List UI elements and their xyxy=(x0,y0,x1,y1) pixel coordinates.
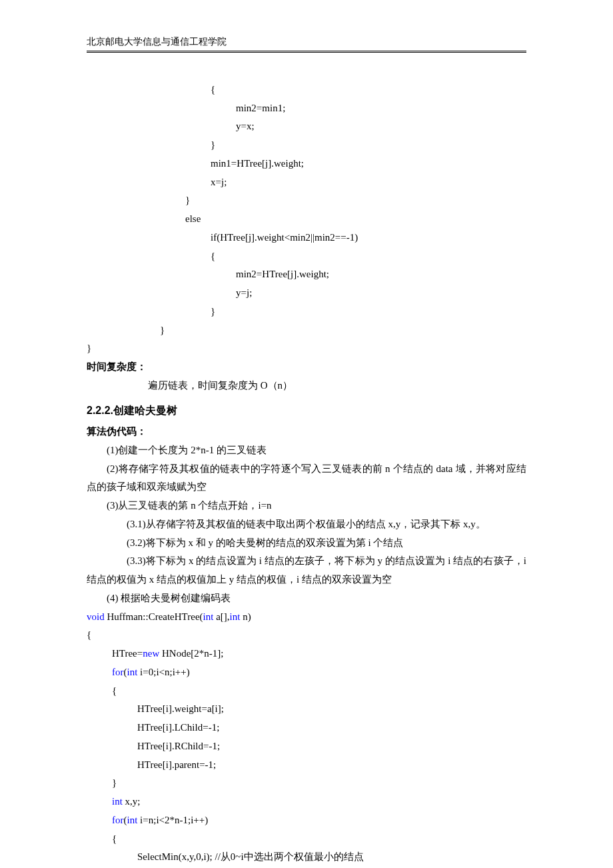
pseudo-substep: (3.1)从存储字符及其权值的链表中取出两个权值最小的结点 x,y，记录其下标 … xyxy=(87,515,526,534)
pseudo-step: (2)将存储字符及其权值的链表中的字符逐个写入三叉链表的前 n 个结点的 dat… xyxy=(87,460,526,497)
complexity-label: 时间复杂度： xyxy=(87,358,526,377)
keyword-int: int xyxy=(230,611,241,622)
keyword-int: int xyxy=(112,796,123,807)
header-rule-thick xyxy=(87,51,526,51)
code-line: int x,y; xyxy=(87,793,526,811)
code-line: } xyxy=(87,303,526,321)
code-line: } xyxy=(87,321,526,340)
code-line: x=j; xyxy=(87,173,526,192)
code-line: { xyxy=(87,682,526,701)
code-line: y=x; xyxy=(87,117,526,136)
code-line: y=j; xyxy=(87,284,526,303)
code-line: } xyxy=(87,774,526,793)
pseudo-step: (4) 根据哈夫曼树创建编码表 xyxy=(87,589,526,608)
code-line: SelectMin(x,y,0,i); //从0~i中选出两个权值最小的结点 xyxy=(87,848,526,867)
keyword-void: void xyxy=(87,611,105,622)
code-line: HTree[i].RChild=-1; xyxy=(87,737,526,756)
keyword-int: int xyxy=(203,611,214,622)
code-line: HTree[i].weight=a[i]; xyxy=(87,700,526,719)
keyword-for: for xyxy=(112,667,124,677)
code-line: { xyxy=(87,247,526,266)
code-line: { xyxy=(87,626,526,645)
section-heading: 2.2.2.创建哈夫曼树 xyxy=(87,401,526,421)
code-block-2: void Huffman::CreateHTree(int a[],int n)… xyxy=(87,608,526,868)
time-complexity-section: 时间复杂度： 遍历链表，时间复杂度为 O（n） xyxy=(87,358,526,395)
code-line: min2=HTree[j].weight; xyxy=(87,265,526,284)
keyword-new: new xyxy=(143,648,159,659)
code-line: HTree[i].LChild=-1; xyxy=(87,719,526,737)
pseudo-step: (3)从三叉链表的第 n 个结点开始，i=n xyxy=(87,497,526,515)
section-title-text: 创建哈夫曼树 xyxy=(113,405,177,416)
pseudo-substep: (3.2)将下标为 x 和 y 的哈夫曼树的结点的双亲设置为第 i 个结点 xyxy=(87,534,526,553)
keyword-int: int xyxy=(127,815,138,825)
code-line: void Huffman::CreateHTree(int a[],int n) xyxy=(87,608,526,627)
pseudocode-section: 算法伪代码： (1)创建一个长度为 2*n-1 的三叉链表 (2)将存储字符及其… xyxy=(87,423,526,608)
pseudo-step: (1)创建一个长度为 2*n-1 的三叉链表 xyxy=(87,441,526,460)
code-line: { xyxy=(87,830,526,849)
code-line: min1=HTree[j].weight; xyxy=(87,155,526,173)
code-line: min2=min1; xyxy=(87,99,526,118)
complexity-text: 遍历链表，时间复杂度为 O（n） xyxy=(87,377,526,395)
code-line: } xyxy=(87,136,526,155)
code-line: } xyxy=(87,191,526,210)
code-line: for(int i=n;i<2*n-1;i++) xyxy=(87,811,526,830)
keyword-for: for xyxy=(112,815,124,825)
page-header: 北京邮电大学信息与通信工程学院 xyxy=(87,33,526,54)
code-line: if(HTree[j].weight<min2||min2==-1) xyxy=(87,229,526,247)
pseudo-label: 算法伪代码： xyxy=(87,423,526,441)
keyword-int: int xyxy=(127,667,138,677)
pseudo-substep: (3.3)将下标为 x 的结点设置为 i 结点的左孩子，将下标为 y 的结点设置… xyxy=(87,552,526,589)
code-line: for(int i=0;i<n;i++) xyxy=(87,663,526,682)
code-block-1: { min2=min1; y=x; } min1=HTree[j].weight… xyxy=(87,81,526,358)
code-line: HTree=new HNode[2*n-1]; xyxy=(87,645,526,663)
section-number: 2.2.2. xyxy=(87,405,113,416)
code-line: } xyxy=(87,339,526,358)
code-line: else xyxy=(87,210,526,229)
code-line: { xyxy=(87,81,526,99)
header-rule-thin xyxy=(87,52,526,53)
code-line: HTree[i].parent=-1; xyxy=(87,756,526,775)
institution-name: 北京邮电大学信息与通信工程学院 xyxy=(87,37,227,47)
